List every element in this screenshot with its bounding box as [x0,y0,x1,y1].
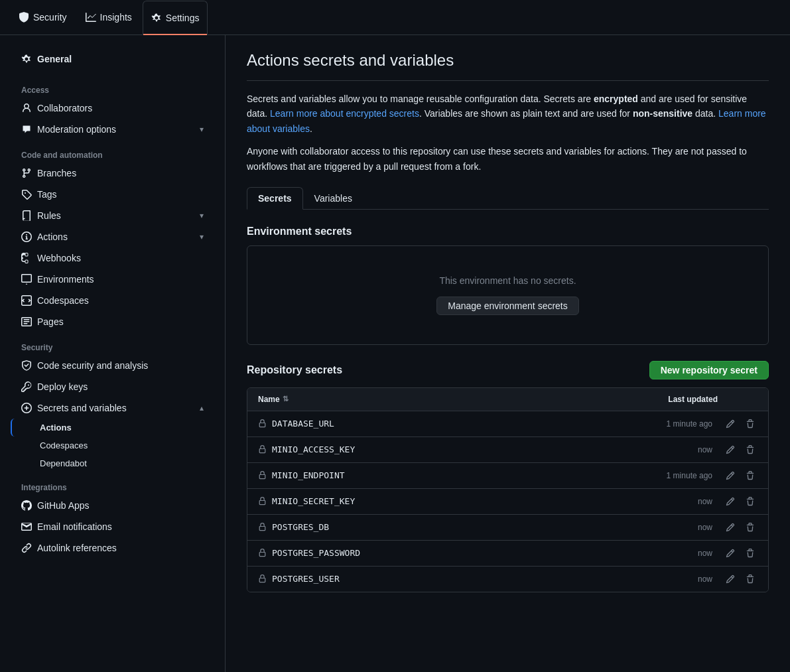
desc-text-2: data. [692,108,718,119]
delete-secret-button[interactable] [743,470,757,482]
moderation-chevron: ▾ [200,125,204,134]
delete-secret-button[interactable] [743,444,757,456]
secrets-table: Name ⇅ Last updated DATABASE_URL 1 minut… [247,387,769,592]
tab-secrets[interactable]: Secrets [247,187,303,210]
sidebar-branches-label: Branches [37,168,76,178]
sidebar-item-rules[interactable]: Rules ▾ [11,205,214,226]
secrets-variables-chevron: ▴ [200,403,204,413]
trash-icon [746,471,755,480]
sidebar-item-branches[interactable]: Branches [11,163,214,184]
sidebar-sub-item-actions[interactable]: Actions [11,419,214,437]
nav-settings[interactable]: Settings [143,1,208,35]
lock-icon [258,445,267,454]
sidebar-sub-item-codespaces[interactable]: Codespaces [11,437,214,454]
delete-secret-button[interactable] [743,418,757,430]
trash-icon [746,523,755,532]
actions-icon [21,232,32,242]
sidebar-item-secrets-variables[interactable]: Secrets and variables ▴ [11,397,214,419]
sidebar-item-email-notif[interactable]: Email notifications [11,516,214,537]
sidebar-item-tags[interactable]: Tags [11,184,214,205]
lock-icon [258,419,267,428]
edit-secret-button[interactable] [723,573,738,585]
delete-secret-button[interactable] [743,573,757,585]
tab-variables[interactable]: Variables [303,187,363,210]
page-title: Actions secrets and variables [247,51,769,81]
nav-insights[interactable]: Insights [78,0,140,34]
table-row: POSTGRES_USER now [247,567,768,592]
tab-secrets-label: Secrets [258,193,292,204]
sidebar-deploy-keys-label: Deploy keys [37,381,88,392]
delete-secret-button[interactable] [743,496,757,507]
sidebar-autolink-label: Autolink references [37,543,117,553]
desc-text-3: Anyone with collaborator access to this … [247,146,747,171]
nav-security-label: Security [33,12,67,23]
nav-insights-label: Insights [100,12,132,23]
lock-icon [258,471,267,480]
manage-env-secrets-button[interactable]: Manage environment secrets [436,297,579,315]
sidebar-item-codespaces[interactable]: Codespaces [11,290,214,311]
sidebar-item-general[interactable]: General [11,48,214,70]
secret-last-updated: now [646,497,712,506]
trash-icon [746,445,755,454]
pencil-icon [726,445,735,454]
sidebar-sub-actions-label: Actions [40,423,72,433]
sidebar-sub-item-dependabot[interactable]: Dependabot [11,454,214,472]
sidebar-environments-label: Environments [37,274,94,285]
desc-text-1b: . Variables are shown as plain text and … [419,108,633,119]
secret-row-actions [723,418,757,430]
secret-row-actions [723,444,757,456]
sidebar-item-webhooks[interactable]: Webhooks [11,247,214,269]
delete-secret-button[interactable] [743,521,757,533]
secret-row-actions [723,470,757,482]
main-content: Actions secrets and variables Secrets an… [226,35,790,672]
edit-secret-button[interactable] [723,547,738,559]
env-secrets-title: Environment secrets [247,226,769,237]
new-repository-secret-button[interactable]: New repository secret [649,361,769,379]
link-encrypted-secrets[interactable]: Learn more about encrypted secrets [270,108,419,119]
trash-icon [746,497,755,506]
col-name-header: Name ⇅ [258,395,668,404]
edit-secret-button[interactable] [723,444,738,456]
pencil-icon [726,549,735,558]
sidebar-secrets-variables-label: Secrets and variables [37,403,127,413]
tab-variables-label: Variables [314,193,352,204]
pages-icon [21,316,32,327]
edit-secret-button[interactable] [723,521,738,533]
repo-secrets-header: Repository secrets New repository secret [247,361,769,379]
sidebar-item-deploy-keys[interactable]: Deploy keys [11,376,214,397]
sidebar-collaborators-label: Collaborators [37,103,92,113]
rules-chevron: ▾ [200,211,204,220]
trash-icon [746,549,755,558]
sidebar-item-github-apps[interactable]: GitHub Apps [11,495,214,516]
delete-secret-button[interactable] [743,547,757,559]
desc-encrypted: encrypted [594,94,638,104]
secret-last-updated: now [646,549,712,558]
secret-last-updated: now [646,574,712,584]
sidebar-item-pages[interactable]: Pages [11,311,214,332]
sidebar-actions-label: Actions [37,232,68,242]
sidebar-item-moderation[interactable]: Moderation options ▾ [11,119,214,140]
edit-secret-button[interactable] [723,418,738,430]
sidebar-item-code-security[interactable]: Code security and analysis [11,355,214,376]
sidebar-general-label: General [37,54,72,64]
pencil-icon [726,574,735,584]
secret-name: MINIO_ACCESS_KEY [258,444,646,454]
sidebar-email-notif-label: Email notifications [37,521,112,532]
sidebar-sub-dependabot-label: Dependabot [40,458,87,468]
sidebar-github-apps-label: GitHub Apps [37,500,90,511]
sidebar-codespaces-label: Codespaces [37,295,89,306]
nav-settings-label: Settings [166,13,200,23]
rules-icon [21,210,32,221]
section-label-integrations: Integrations [11,478,214,495]
top-nav: Security Insights Settings [0,0,790,35]
nav-security[interactable]: Security [11,0,75,34]
edit-secret-button[interactable] [723,470,738,482]
sidebar-item-autolink[interactable]: Autolink references [11,537,214,559]
description-block: Secrets and variables allow you to manag… [247,92,769,174]
sidebar-item-environments[interactable]: Environments [11,269,214,290]
sidebar: General Access Collaborators Moderation … [0,35,226,672]
sidebar-item-collaborators[interactable]: Collaborators [11,98,214,119]
sidebar-item-actions[interactable]: Actions ▾ [11,226,214,247]
edit-secret-button[interactable] [723,496,738,507]
key-icon [21,381,32,392]
